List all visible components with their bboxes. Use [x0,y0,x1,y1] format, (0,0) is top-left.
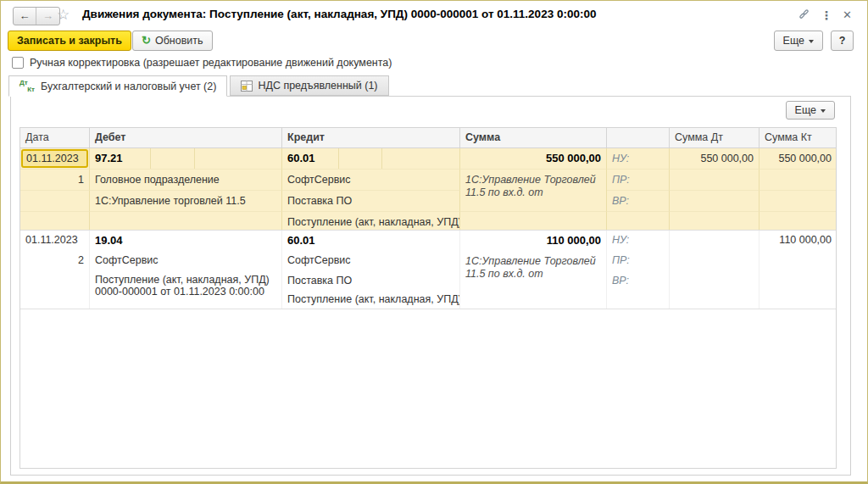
cell-nu-amount-kt[interactable]: 110 000,00 [760,231,837,251]
cell-empty[interactable] [20,271,90,309]
col-header-date: Дата [20,128,90,147]
posting-row: 01.11.2023 1 97.21 Головное подразделени… [20,148,836,231]
dt-kt-icon: ДтКт [19,80,36,92]
cell-credit-account[interactable]: 60.01 [282,231,460,251]
col-header-amount-kt: Сумма Кт [760,128,837,147]
cell-empty[interactable] [20,191,90,212]
posting-row: 01.11.2023 2 19.04 СофтСервис Поступлени… [20,231,836,309]
cell-empty[interactable] [670,170,760,191]
cell-credit-subconto-1[interactable]: СофтСервис [282,251,460,271]
cell-credit-subconto-1[interactable]: СофтСервис [282,170,460,191]
cell-nu-label[interactable]: НУ: [607,231,670,251]
cell-amount[interactable]: 550 000,00 [460,148,607,170]
cell-credit-subconto-3[interactable]: Поступление (акт, накладная, УПД) 0… [282,212,460,230]
cell-credit-subconto-2[interactable]: Поставка ПО [282,191,460,212]
back-button[interactable]: ← [14,8,36,25]
more-button-top[interactable]: Еще [774,31,823,51]
favorite-star-icon[interactable]: ☆ [57,6,70,24]
cell-debit-subconto-2[interactable]: Поступление (акт, накладная, УПД) 0000-0… [90,271,282,309]
cell-credit-subconto-3[interactable]: Поступление (акт, накладная, УПД) 0… [282,290,460,309]
cell-vr-label[interactable]: ВР: [607,271,670,309]
help-button[interactable]: ? [831,31,854,51]
cell-empty[interactable] [20,212,90,230]
cell-empty[interactable] [90,212,282,230]
cell-nu-label[interactable]: НУ: [607,148,670,170]
cell-comment[interactable]: 1С:Управление Торговлей 11.5 по вх.д. от [460,170,607,212]
accounting-tab-panel: Еще Дата Дебет Кредит Сумма Сумма Дт Сум… [10,96,851,476]
grid-header: Дата Дебет Кредит Сумма Сумма Дт Сумма К… [20,128,836,148]
save-and-close-button[interactable]: Записать и закрыть [8,31,131,51]
cell-nu-amount-dt[interactable] [670,231,760,251]
chevron-down-icon [821,109,826,113]
cell-nu-amount-kt[interactable]: 550 000,00 [760,148,837,170]
col-header-debit: Дебет [90,128,282,147]
manual-adjustment-label: Ручная корректировка (разрешает редактир… [30,57,392,69]
postings-grid: Дата Дебет Кредит Сумма Сумма Дт Сумма К… [19,127,837,469]
cell-debit-subconto-1[interactable]: Головное подразделение [90,170,282,191]
col-header-credit: Кредит [282,128,460,147]
cell-empty[interactable] [670,191,760,212]
chevron-down-icon [809,40,814,43]
cell-credit-subconto-2[interactable]: Поставка ПО [282,271,460,290]
cell-empty[interactable] [760,191,837,212]
col-header-amount: Сумма [460,128,607,147]
cell-empty[interactable] [760,170,837,191]
close-icon[interactable]: ✕ [843,8,852,22]
title-bar: ← → ☆ Движения документа: Поступление (а… [1,1,867,30]
cell-date-selected[interactable]: 01.11.2023 [21,149,88,168]
chain-link-icon [798,8,810,20]
tab-bar: ДтКт Бухгалтерский и налоговый учет (2) … [8,75,867,97]
cell-debit-account-line[interactable]: 97.21 [90,148,282,170]
manual-adjustment-row: Ручная корректировка (разрешает редактир… [1,55,867,74]
forward-button[interactable]: → [36,8,59,25]
col-header-account-kind [607,128,670,147]
cell-empty[interactable] [607,212,670,230]
cell-nu-amount-dt[interactable]: 550 000,00 [670,148,760,170]
grid-more-button[interactable]: Еще [786,101,835,120]
cell-empty[interactable] [460,290,607,309]
cell-row-number[interactable]: 2 [20,251,90,271]
cell-empty[interactable] [760,251,837,309]
table-icon [241,81,253,92]
cell-pr-label[interactable]: ПР: [607,251,670,271]
cell-debit-subconto-1[interactable]: СофтСервис [90,251,282,271]
document-movements-window: ← → ☆ Движения документа: Поступление (а… [0,0,868,484]
manual-adjustment-checkbox[interactable] [12,57,24,69]
cell-empty[interactable] [670,251,760,309]
tab-vat-presented[interactable]: НДС предъявленный (1) [230,75,388,96]
page-title: Движения документа: Поступление (акт, на… [82,8,596,20]
refresh-button[interactable]: ↻Обновить [132,31,213,51]
cell-credit-account-line[interactable]: 60.01 [282,148,460,170]
tab-accounting-label: Бухгалтерский и налоговый учет (2) [41,81,216,92]
cell-pr-label[interactable]: ПР: [607,170,670,191]
cell-row-number[interactable]: 1 [20,170,90,191]
tab-vat-label: НДС предъявленный (1) [258,80,377,92]
cell-debit-account[interactable]: 19.04 [90,231,282,251]
cell-date[interactable]: 01.11.2023 [20,231,90,251]
tab-accounting[interactable]: ДтКт Бухгалтерский и налоговый учет (2) [8,75,227,97]
more-menu-kebab-icon[interactable]: ⋮ [821,8,832,22]
command-bar: Записать и закрыть ↻Обновить Еще ? [1,30,867,53]
cell-amount[interactable]: 110 000,00 [460,231,607,251]
cell-debit-subconto-2[interactable]: 1С:Управление торговлей 11.5 [90,191,282,212]
history-nav: ← → [13,7,60,25]
refresh-icon: ↻ [142,34,151,47]
cell-empty[interactable] [670,212,760,230]
col-header-amount-dt: Сумма Дт [670,128,760,147]
cell-empty[interactable] [460,212,607,230]
cell-comment[interactable]: 1С:Управление Торговлей 11.5 по вх.д. от [460,251,607,290]
cell-vr-label[interactable]: ВР: [607,191,670,212]
cell-empty[interactable] [760,212,837,230]
get-link-icon[interactable] [798,8,810,23]
